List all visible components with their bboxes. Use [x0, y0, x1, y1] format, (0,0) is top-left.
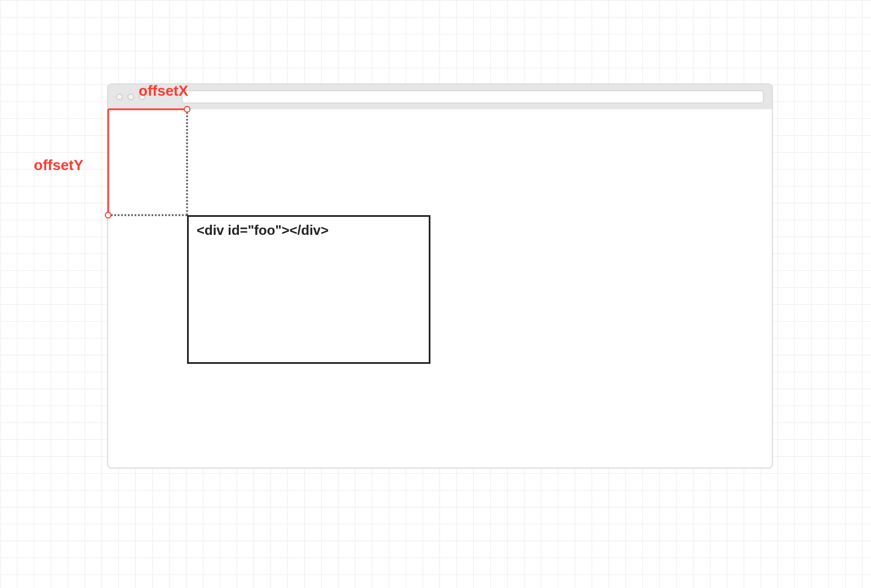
target-element-box: <div id="foo"></div>: [187, 215, 430, 364]
traffic-light-icon: [116, 93, 123, 100]
offsety-label: offsetY: [34, 157, 83, 174]
offsetx-label: offsetX: [139, 82, 188, 100]
offsety-measure-line: [108, 109, 109, 215]
offsetx-guide-dotted: [186, 109, 188, 215]
browser-titlebar: [108, 84, 772, 109]
offsety-endpoint-marker: [105, 212, 112, 219]
browser-urlbar: [181, 90, 764, 104]
diagram-stage: offsetX offsetY <div id="foo"></div>: [0, 0, 871, 588]
offsetx-measure-line: [108, 109, 187, 110]
offsety-guide-dotted: [108, 215, 187, 216]
traffic-light-icon: [127, 93, 134, 100]
target-element-code-text: <div id="foo"></div>: [197, 222, 328, 238]
browser-mock-window: <div id="foo"></div>: [107, 83, 773, 469]
offsetx-endpoint-marker: [184, 106, 190, 113]
